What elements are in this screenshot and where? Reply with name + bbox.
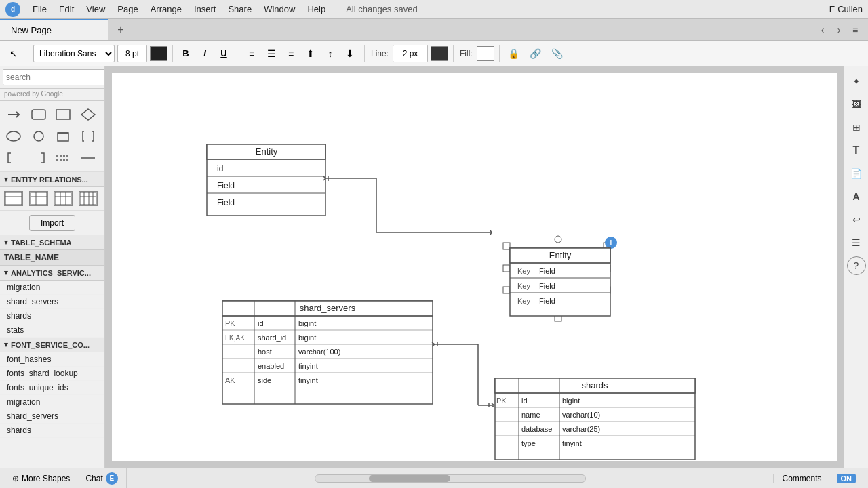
font-service-section-label: FONT_SERVICE_CO...: [11, 341, 90, 349]
search-input[interactable]: [3, 69, 105, 85]
analytics-section-header[interactable]: ▾ ANALYTICS_SERVIC...: [0, 266, 104, 281]
entity-shape-4[interactable]: [79, 191, 98, 206]
font-service-section-header[interactable]: ▾ FONT_SERVICE_CO...: [0, 338, 104, 352]
font-select[interactable]: Liberation Sans: [33, 45, 115, 62]
history-button[interactable]: ↩: [847, 210, 866, 229]
font-color-box[interactable]: [150, 46, 167, 61]
entity-shape-1[interactable]: [4, 191, 23, 206]
shape-close-bracket[interactable]: [29, 148, 48, 167]
bold-button[interactable]: B: [178, 45, 194, 62]
shard-servers-table[interactable]: shard_servers PK id bigint FK,AK shard_i…: [222, 301, 433, 404]
entity-shape-2[interactable]: [29, 191, 48, 206]
font-item-font-hashes[interactable]: font_hashes: [0, 352, 104, 367]
active-tab[interactable]: New Page: [0, 19, 108, 40]
svg-text:Field: Field: [539, 267, 555, 275]
shape-dashes[interactable]: [54, 148, 73, 167]
extra-button[interactable]: 📎: [548, 44, 567, 63]
lock-button[interactable]: 🔒: [505, 44, 524, 63]
font-item-fonts-unique-ids[interactable]: fonts_unique_ids: [0, 381, 104, 395]
tab-menu-button[interactable]: ≡: [848, 22, 863, 37]
shape-bracket[interactable]: [79, 127, 98, 146]
add-tab-button[interactable]: +: [111, 20, 130, 39]
analytics-item-shards[interactable]: shards: [0, 309, 104, 323]
user-name: E Cullen: [829, 4, 863, 14]
layers-button[interactable]: ☰: [847, 233, 866, 252]
canvas[interactable]: Entity id Field Field: [112, 73, 837, 461]
on-toggle-area[interactable]: ON: [830, 474, 863, 483]
menu-view[interactable]: View: [81, 3, 111, 16]
table-schema-section-header[interactable]: ▾ TABLE_SCHEMA: [0, 235, 104, 250]
align-left-button[interactable]: ≡: [242, 44, 261, 63]
entity1-group[interactable]: Entity id Field Field: [207, 144, 326, 216]
font-item-shard-servers[interactable]: shard_servers: [0, 409, 104, 424]
underline-button[interactable]: U: [216, 45, 232, 62]
menu-arrange[interactable]: Arrange: [145, 3, 187, 16]
cursor-tool-button[interactable]: ↖: [4, 44, 23, 63]
toolbar-separator-1: [28, 45, 28, 62]
shards-table[interactable]: shards PK id bigint name varchar(10) dat…: [495, 378, 695, 460]
sidebar: × ▼ powered by Google: [0, 66, 105, 468]
style-button[interactable]: A: [847, 187, 866, 206]
menu-window[interactable]: Window: [258, 3, 300, 16]
font-size-input[interactable]: [117, 45, 147, 62]
format-button[interactable]: ✦: [847, 72, 866, 91]
canvas-area[interactable]: Entity id Field Field: [105, 66, 844, 468]
font-item-fonts-shard-lookup[interactable]: fonts_shard_lookup: [0, 367, 104, 381]
toolbar-separator-3: [237, 45, 237, 62]
shape-rect[interactable]: [54, 105, 73, 124]
svg-rect-12: [31, 192, 47, 205]
shape-cylinder[interactable]: [54, 127, 73, 146]
comments-label[interactable]: Comments: [773, 474, 829, 483]
more-shapes-button[interactable]: ⊕ More Shapes: [5, 468, 77, 488]
on-toggle-button[interactable]: ON: [837, 474, 856, 483]
analytics-item-shard-servers[interactable]: shard_servers: [0, 295, 104, 309]
font-item-migration[interactable]: migration: [0, 395, 104, 409]
align-middle-button[interactable]: ↕: [321, 44, 340, 63]
chat-button[interactable]: Chat E: [77, 468, 126, 488]
menu-insert[interactable]: Insert: [189, 3, 222, 16]
align-top-button[interactable]: ⬆: [301, 44, 320, 63]
line-size-input[interactable]: [393, 45, 428, 62]
entity2-group[interactable]: i Entity Key Field Key Field Key Field: [503, 236, 617, 321]
align-group: ≡ ☰ ≡ ⬆ ↕ ⬇: [242, 44, 359, 63]
svg-rect-1: [56, 110, 70, 119]
scrollbar-thumb: [369, 475, 450, 482]
menu-file[interactable]: File: [27, 3, 52, 16]
menu-edit[interactable]: Edit: [54, 3, 79, 16]
tab-prev-button[interactable]: ‹: [815, 22, 830, 37]
line-color-box[interactable]: [431, 46, 448, 61]
svg-text:host: host: [258, 348, 272, 356]
shape-circle[interactable]: [29, 127, 48, 146]
italic-button[interactable]: I: [197, 45, 213, 62]
shape-line[interactable]: [79, 148, 98, 167]
shape-diamond[interactable]: [79, 105, 98, 124]
entity-shape-3[interactable]: [54, 191, 73, 206]
analytics-item-migration[interactable]: migration: [0, 281, 104, 295]
text-button[interactable]: T: [847, 141, 866, 160]
shape-ellipse[interactable]: [4, 127, 23, 146]
table-button[interactable]: ⊞: [847, 118, 866, 137]
tab-next-button[interactable]: ›: [831, 22, 846, 37]
menu-help[interactable]: Help: [302, 3, 331, 16]
align-bottom-button[interactable]: ⬇: [340, 44, 359, 63]
shape-rounded-rect[interactable]: [29, 105, 48, 124]
image-button[interactable]: 🖼: [847, 95, 866, 114]
font-item-shards[interactable]: shards: [0, 424, 104, 438]
import-button[interactable]: Import: [29, 215, 75, 231]
connection-button[interactable]: 🔗: [526, 44, 545, 63]
menu-share[interactable]: Share: [222, 3, 257, 16]
fill-color-box[interactable]: [477, 46, 494, 61]
shape-arrow[interactable]: [4, 105, 23, 124]
align-right-button[interactable]: ≡: [281, 44, 300, 63]
svg-text:i: i: [610, 239, 612, 247]
svg-text:Entity: Entity: [256, 146, 278, 157]
analytics-item-stats[interactable]: stats: [0, 323, 104, 338]
tab-bar: New Page + ‹ › ≡: [0, 19, 868, 41]
help-button[interactable]: ?: [847, 256, 866, 275]
page-button[interactable]: 📄: [847, 164, 866, 183]
shape-open-bracket[interactable]: [4, 148, 23, 167]
horizontal-scrollbar[interactable]: [315, 474, 586, 483]
entity-section-header[interactable]: ▾ ENTITY RELATIONS...: [0, 172, 104, 187]
align-center-button[interactable]: ☰: [262, 44, 281, 63]
menu-page[interactable]: Page: [112, 3, 143, 16]
